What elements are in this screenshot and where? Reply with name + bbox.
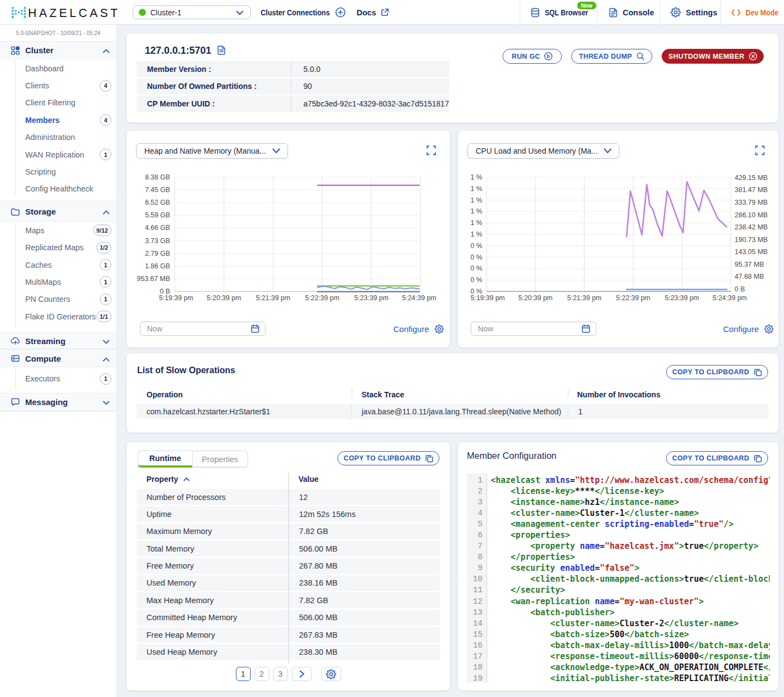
svg-text:1 %: 1 % xyxy=(470,207,482,215)
svg-text:1 %: 1 % xyxy=(470,173,482,181)
svg-text:381.47 MB: 381.47 MB xyxy=(735,186,768,194)
svg-text:HAZELCAST: HAZELCAST xyxy=(28,7,120,20)
svg-text:5:21:39 pm: 5:21:39 pm xyxy=(256,294,290,302)
svg-text:47.68 MB: 47.68 MB xyxy=(735,273,764,280)
svg-text:5:24:39 pm: 5:24:39 pm xyxy=(713,294,747,302)
svg-text:429.15 MB: 429.15 MB xyxy=(735,174,768,182)
svg-text:1 %: 1 % xyxy=(470,231,482,238)
svg-text:5:21:39 pm: 5:21:39 pm xyxy=(567,294,602,302)
svg-text:0 %: 0 % xyxy=(470,254,482,261)
svg-text:1 %: 1 % xyxy=(470,185,482,193)
svg-text:5:23:39 pm: 5:23:39 pm xyxy=(665,294,700,302)
svg-text:6.52 GB: 6.52 GB xyxy=(145,199,170,206)
svg-text:5:23:39 pm: 5:23:39 pm xyxy=(354,294,389,302)
svg-text:5:24:39 pm: 5:24:39 pm xyxy=(402,294,437,302)
svg-text:1 %: 1 % xyxy=(470,219,482,227)
svg-text:238.42 MB: 238.42 MB xyxy=(735,223,768,231)
svg-text:5:19:39 pm: 5:19:39 pm xyxy=(471,294,505,302)
svg-text:0 %: 0 % xyxy=(470,242,482,250)
svg-text:0 %: 0 % xyxy=(470,265,482,272)
svg-text:5.59 GB: 5.59 GB xyxy=(145,211,170,219)
svg-text:95.37 MB: 95.37 MB xyxy=(735,261,764,268)
svg-text:8.38 GB: 8.38 GB xyxy=(145,173,170,181)
svg-text:0 %: 0 % xyxy=(470,276,482,284)
svg-text:953.67 MB: 953.67 MB xyxy=(137,275,170,283)
svg-text:5:19:39 pm: 5:19:39 pm xyxy=(159,294,194,302)
svg-text:286.10 MB: 286.10 MB xyxy=(735,211,768,219)
svg-text:5:20:39 pm: 5:20:39 pm xyxy=(207,294,241,302)
svg-text:7.45 GB: 7.45 GB xyxy=(145,186,170,194)
svg-text:0 B: 0 B xyxy=(735,285,745,293)
svg-text:5:22:39 pm: 5:22:39 pm xyxy=(305,294,340,302)
svg-text:5:22:39 pm: 5:22:39 pm xyxy=(616,294,651,302)
svg-text:2.79 GB: 2.79 GB xyxy=(145,250,170,257)
svg-text:3.73 GB: 3.73 GB xyxy=(145,237,170,245)
svg-text:333.79 MB: 333.79 MB xyxy=(735,199,768,206)
svg-text:190.73 MB: 190.73 MB xyxy=(735,236,768,244)
svg-text:5:20:39 pm: 5:20:39 pm xyxy=(518,294,553,302)
svg-text:1.86 GB: 1.86 GB xyxy=(145,262,170,270)
svg-text:4.66 GB: 4.66 GB xyxy=(145,224,170,232)
svg-text:143.05 MB: 143.05 MB xyxy=(735,248,768,256)
svg-text:1 %: 1 % xyxy=(470,196,482,204)
